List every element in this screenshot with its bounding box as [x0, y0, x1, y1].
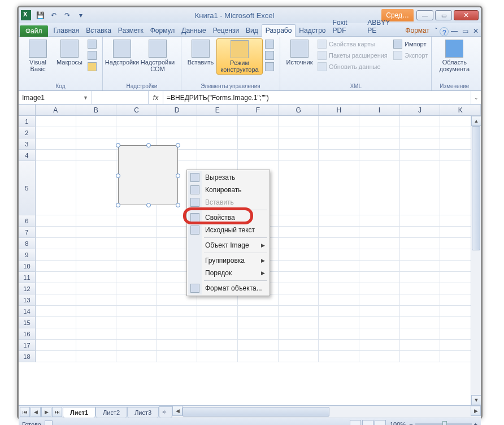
- col-header[interactable]: K: [440, 105, 481, 115]
- cell[interactable]: [319, 306, 359, 317]
- tab-page-layout[interactable]: Разметк: [115, 25, 147, 36]
- cell[interactable]: [197, 351, 238, 362]
- cell[interactable]: [279, 294, 319, 306]
- cell[interactable]: [359, 294, 400, 306]
- row-header[interactable]: 12: [19, 283, 36, 294]
- row-header[interactable]: 15: [19, 317, 36, 328]
- resize-handle-e[interactable]: [176, 174, 180, 178]
- row-header[interactable]: 9: [19, 249, 36, 261]
- cell[interactable]: [36, 161, 76, 215]
- cell[interactable]: [319, 227, 359, 238]
- cell[interactable]: [76, 227, 117, 238]
- cell[interactable]: [400, 283, 441, 294]
- formula-expand-button[interactable]: ⌄: [471, 91, 481, 104]
- view-page-layout-button[interactable]: [362, 420, 373, 426]
- cell[interactable]: [279, 127, 319, 138]
- zoom-level[interactable]: 100%: [390, 421, 406, 426]
- cell[interactable]: [359, 351, 400, 362]
- xml-source-button[interactable]: Источник: [284, 38, 315, 67]
- cell[interactable]: [238, 351, 279, 362]
- cell[interactable]: [279, 227, 319, 238]
- qat-customize-button[interactable]: ▾: [75, 10, 87, 21]
- cell[interactable]: [116, 317, 157, 328]
- scroll-left-button[interactable]: ◀: [172, 406, 183, 416]
- cell[interactable]: [157, 317, 198, 328]
- tab-format[interactable]: Формат: [402, 25, 433, 36]
- cell[interactable]: [76, 138, 117, 150]
- window-maximize-button[interactable]: ▭: [435, 10, 452, 20]
- menu-cut[interactable]: Вырезать: [188, 171, 268, 184]
- cell[interactable]: [116, 215, 157, 227]
- cell[interactable]: [359, 261, 400, 272]
- cell[interactable]: [319, 283, 359, 294]
- cell[interactable]: [319, 294, 359, 306]
- cell[interactable]: [238, 127, 279, 138]
- cell[interactable]: [359, 161, 400, 215]
- cell[interactable]: [319, 138, 359, 150]
- cell[interactable]: [238, 294, 279, 306]
- row-header[interactable]: 6: [19, 215, 36, 227]
- cell[interactable]: [116, 227, 157, 238]
- cell[interactable]: [197, 294, 238, 306]
- addins-button[interactable]: Надстройки: [106, 38, 138, 67]
- tab-insert[interactable]: Вставка: [82, 25, 115, 36]
- qat-redo-button[interactable]: ↷: [61, 10, 73, 21]
- cell[interactable]: [116, 261, 157, 272]
- cell[interactable]: [359, 238, 400, 249]
- scroll-down-button[interactable]: ▼: [471, 395, 481, 405]
- cell[interactable]: [359, 127, 400, 138]
- cell[interactable]: [36, 306, 76, 317]
- cell[interactable]: [76, 161, 117, 215]
- cell[interactable]: [76, 306, 117, 317]
- window-close-button[interactable]: ✕: [454, 10, 479, 20]
- cell[interactable]: [279, 150, 319, 161]
- cell[interactable]: [36, 150, 76, 161]
- col-header[interactable]: C: [116, 105, 157, 115]
- sheet-tab[interactable]: Лист1: [63, 407, 95, 418]
- cell[interactable]: [319, 249, 359, 261]
- help-button[interactable]: ?: [440, 27, 449, 36]
- cell[interactable]: [400, 272, 441, 283]
- cell[interactable]: [359, 340, 400, 351]
- cell[interactable]: [36, 127, 76, 138]
- row-header[interactable]: 16: [19, 328, 36, 340]
- sheet-nav-first[interactable]: ⏮: [20, 407, 30, 417]
- cell[interactable]: [279, 261, 319, 272]
- col-header[interactable]: B: [76, 105, 117, 115]
- row-header[interactable]: 7: [19, 227, 36, 238]
- mdi-restore-button[interactable]: ▭: [460, 26, 471, 36]
- horizontal-scrollbar[interactable]: ◀ ▶: [172, 406, 481, 418]
- cell[interactable]: [197, 138, 238, 150]
- cell[interactable]: [238, 150, 279, 161]
- cell[interactable]: [36, 272, 76, 283]
- cell[interactable]: [197, 317, 238, 328]
- row-header[interactable]: 13: [19, 294, 36, 306]
- cell[interactable]: [76, 261, 117, 272]
- mdi-close-button[interactable]: ✕: [471, 26, 481, 36]
- cell[interactable]: [36, 249, 76, 261]
- cell[interactable]: [319, 340, 359, 351]
- tab-foxit[interactable]: Foxit PDF: [329, 17, 364, 36]
- cell[interactable]: [76, 116, 117, 127]
- new-sheet-button[interactable]: ✧: [159, 406, 172, 418]
- row-header[interactable]: 2: [19, 127, 36, 138]
- tab-abbyy[interactable]: ABBYY PE: [364, 17, 402, 36]
- cell[interactable]: [116, 116, 157, 127]
- cell[interactable]: [359, 328, 400, 340]
- row-header[interactable]: 4: [19, 150, 36, 161]
- cell[interactable]: [76, 340, 117, 351]
- scroll-thumb[interactable]: [183, 407, 329, 417]
- insert-control-button[interactable]: Вставить: [185, 38, 216, 67]
- cell[interactable]: [400, 215, 441, 227]
- cell[interactable]: [157, 328, 198, 340]
- worksheet-grid[interactable]: A B C D E F G H I J K 123456789101112131…: [19, 105, 481, 405]
- cell[interactable]: [279, 328, 319, 340]
- cell[interactable]: [36, 238, 76, 249]
- col-header[interactable]: A: [36, 105, 76, 115]
- cell[interactable]: [76, 317, 117, 328]
- col-header[interactable]: E: [197, 105, 238, 115]
- cell[interactable]: [36, 138, 76, 150]
- cell[interactable]: [116, 249, 157, 261]
- col-header[interactable]: G: [279, 105, 319, 115]
- cell[interactable]: [197, 116, 238, 127]
